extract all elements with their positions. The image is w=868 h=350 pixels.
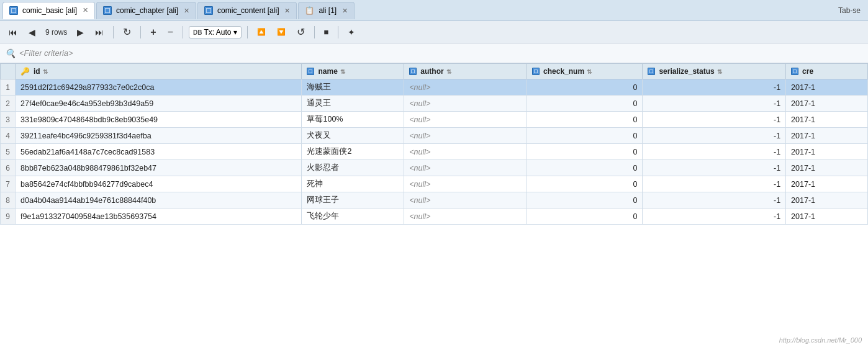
cell-author[interactable]: <null> [404, 209, 527, 225]
col-header-cre[interactable]: cre [786, 64, 868, 79]
cell-cre[interactable]: 2017-1 [786, 112, 868, 128]
cell-check-num[interactable]: 0 [527, 112, 643, 128]
cell-id[interactable]: 8bb87eb623a048b988479861bf32eb47 [16, 160, 302, 176]
cell-cre[interactable]: 2017-1 [786, 128, 868, 144]
tab-bar: comic_basic [ali] ✕ comic_chapter [ali] … [0, 0, 868, 21]
first-row-btn[interactable] [5, 26, 21, 38]
tab-close-btn[interactable]: ✕ [284, 7, 290, 15]
cell-serialize-status[interactable]: -1 [643, 176, 786, 192]
table-row[interactable]: 556edab21af6a4148a7c7cec8cad91583光速蒙面侠2<… [1, 144, 868, 160]
col-header-name[interactable]: name ⇅ [302, 64, 404, 79]
commit-down-btn[interactable] [273, 27, 289, 37]
cell-id[interactable]: 39211eafe4bc496c9259381f3d4aefba [16, 128, 302, 144]
tab-close-btn[interactable]: ✕ [342, 7, 348, 15]
col-header-id[interactable]: 🔑 id ⇅ [16, 64, 302, 79]
cell-name[interactable]: 飞轮少年 [302, 209, 404, 225]
cell-name[interactable]: 犬夜叉 [302, 128, 404, 144]
tab-close-btn[interactable]: ✕ [83, 6, 88, 14]
cell-cre[interactable]: 2017-1 [786, 209, 868, 225]
sort-icon-serialize[interactable]: ⇅ [717, 68, 722, 75]
table-row[interactable]: 227f4ef0cae9e46c4a953eb93b3d49a59通灵王<nul… [1, 96, 868, 112]
cell-check-num[interactable]: 0 [527, 192, 643, 209]
refresh-btn[interactable] [119, 25, 135, 39]
separator [113, 26, 114, 38]
cell-name[interactable]: 通灵王 [302, 96, 404, 112]
last-row-btn[interactable] [91, 26, 107, 38]
table-body: 12591d2f21c69429a877933c7e0c2c0ca海贼王<nul… [1, 79, 868, 225]
cell-id[interactable]: d0a4b04aa9144ab194e761c88844f40b [16, 192, 302, 209]
table-row[interactable]: 9f9e1a9133270409584ae13b535693754飞轮少年<nu… [1, 209, 868, 225]
cell-check-num[interactable]: 0 [527, 96, 643, 112]
cell-check-num[interactable]: 0 [527, 176, 643, 192]
cell-cre[interactable]: 2017-1 [786, 144, 868, 160]
add-row-btn[interactable] [147, 25, 160, 39]
tx-selector[interactable]: Tx: Auto ▾ [189, 26, 241, 38]
cell-author[interactable]: <null> [404, 176, 527, 192]
table-row[interactable]: 439211eafe4bc496c9259381f3d4aefba犬夜叉<nul… [1, 128, 868, 144]
cell-id[interactable]: 331e9809c47048648bdb9c8eb9035e49 [16, 112, 302, 128]
table-row[interactable]: 12591d2f21c69429a877933c7e0c2c0ca海贼王<nul… [1, 79, 868, 96]
sort-icon-id[interactable]: ⇅ [43, 68, 48, 75]
cell-serialize-status[interactable]: -1 [643, 128, 786, 144]
cell-id[interactable]: 2591d2f21c69429a877933c7e0c2c0ca [16, 79, 302, 96]
cell-author[interactable]: <null> [404, 128, 527, 144]
cell-cre[interactable]: 2017-1 [786, 96, 868, 112]
cell-serialize-status[interactable]: -1 [643, 96, 786, 112]
col-header-author[interactable]: author ⇅ [404, 64, 527, 79]
rollback-btn[interactable] [293, 25, 309, 39]
cell-author[interactable]: <null> [404, 96, 527, 112]
cell-serialize-status[interactable]: -1 [643, 144, 786, 160]
commit-btn[interactable] [253, 27, 269, 37]
tab-comic-chapter[interactable]: comic_chapter [ali] ✕ [96, 2, 196, 19]
cell-id[interactable]: 56edab21af6a4148a7c7cec8cad91583 [16, 144, 302, 160]
cell-name[interactable]: 海贼王 [302, 79, 404, 96]
cell-check-num[interactable]: 0 [527, 209, 643, 225]
cell-author[interactable]: <null> [404, 192, 527, 209]
sort-icon-author[interactable]: ⇅ [446, 68, 451, 75]
table-row[interactable]: 7ba85642e74cf4bbfbb946277d9cabec4死神<null… [1, 176, 868, 192]
cell-check-num[interactable]: 0 [527, 160, 643, 176]
cell-author[interactable]: <null> [404, 112, 527, 128]
tab-comic-basic[interactable]: comic_basic [ali] ✕ [2, 2, 95, 19]
cell-name[interactable]: 死神 [302, 176, 404, 192]
cell-cre[interactable]: 2017-1 [786, 176, 868, 192]
cell-serialize-status[interactable]: -1 [643, 79, 786, 96]
cell-id[interactable]: ba85642e74cf4bbfbb946277d9cabec4 [16, 176, 302, 192]
table-row[interactable]: 3331e9809c47048648bdb9c8eb9035e49草莓100%<… [1, 112, 868, 128]
cell-id[interactable]: f9e1a9133270409584ae13b535693754 [16, 209, 302, 225]
prev-row-btn[interactable] [25, 26, 39, 38]
cell-name[interactable]: 火影忍者 [302, 160, 404, 176]
cell-id[interactable]: 27f4ef0cae9e46c4a953eb93b3d49a59 [16, 96, 302, 112]
cell-check-num[interactable]: 0 [527, 128, 643, 144]
table-row[interactable]: 68bb87eb623a048b988479861bf32eb47火影忍者<nu… [1, 160, 868, 176]
cell-check-num[interactable]: 0 [527, 79, 643, 96]
remove-row-btn[interactable] [164, 25, 177, 39]
cell-name[interactable]: 网球王子 [302, 192, 404, 209]
tab-close-btn[interactable]: ✕ [184, 7, 189, 15]
sort-icon-name[interactable]: ⇅ [340, 68, 345, 75]
cell-name[interactable]: 光速蒙面侠2 [302, 144, 404, 160]
cell-cre[interactable]: 2017-1 [786, 79, 868, 96]
cell-serialize-status[interactable]: -1 [643, 192, 786, 209]
cell-author[interactable]: <null> [404, 144, 527, 160]
row-number: 9 [1, 209, 16, 225]
cell-name[interactable]: 草莓100% [302, 112, 404, 128]
table-row[interactable]: 8d0a4b04aa9144ab194e761c88844f40b网球王子<nu… [1, 192, 868, 209]
cell-cre[interactable]: 2017-1 [786, 160, 868, 176]
cell-author[interactable]: <null> [404, 79, 527, 96]
cell-cre[interactable]: 2017-1 [786, 192, 868, 209]
cell-author[interactable]: <null> [404, 160, 527, 176]
stop-btn[interactable] [320, 26, 333, 38]
filter-placeholder[interactable]: <Filter criteria> [19, 48, 73, 58]
next-row-btn[interactable] [73, 26, 88, 38]
col-header-serialize-status[interactable]: serialize_status ⇅ [643, 64, 786, 79]
cell-serialize-status[interactable]: -1 [643, 209, 786, 225]
col-header-check-num[interactable]: check_num ⇅ [527, 64, 643, 79]
cell-check-num[interactable]: 0 [527, 144, 643, 160]
tab-comic-content[interactable]: comic_content [ali] ✕ [197, 2, 297, 19]
cell-serialize-status[interactable]: -1 [643, 112, 786, 128]
cell-serialize-status[interactable]: -1 [643, 160, 786, 176]
sort-icon-check[interactable]: ⇅ [587, 68, 592, 75]
tab-ali[interactable]: 📋 ali [1] ✕ [298, 2, 355, 19]
magic-btn[interactable] [344, 26, 359, 38]
